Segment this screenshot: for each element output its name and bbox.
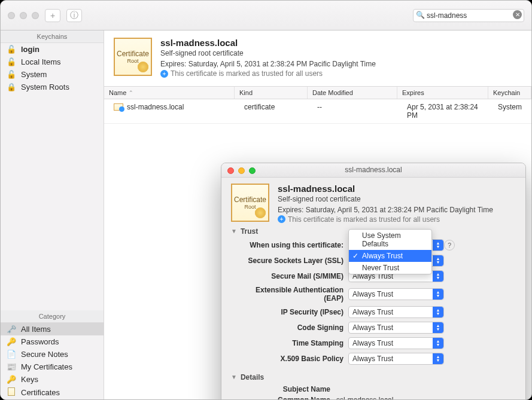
modal-titlebar: ssl-madness.local — [221, 163, 525, 178]
info-icon: ⓘ — [70, 10, 78, 21]
search-input[interactable] — [413, 9, 524, 22]
category-header: Category — [1, 310, 104, 323]
select-arrows-icon: ▲▼ — [433, 322, 443, 333]
common-name-value: ssl-madness.local — [336, 396, 516, 400]
modal-window-controls — [227, 167, 256, 174]
keychain-local-items[interactable]: 🔓Local Items — [1, 56, 104, 68]
certificate-expires: Expires: Saturday, April 5, 2031 at 2:38… — [160, 59, 376, 69]
category-label: Certificates — [21, 388, 60, 397]
common-name-label: Common Name — [235, 396, 336, 400]
search-field-wrap: 🔍 ✕ — [413, 9, 524, 22]
dropdown-option-never-trust[interactable]: Never Trust — [349, 262, 431, 274]
category-label: All Items — [21, 325, 51, 334]
column-header-expires[interactable]: Expires — [397, 87, 488, 99]
select-arrows-icon: ▲▼ — [433, 271, 443, 282]
select-arrows-icon: ▲▼ — [433, 338, 443, 349]
policy-label: X.509 Basic Policy — [235, 355, 348, 363]
passwords-icon: 🔑 — [7, 337, 16, 346]
certificate-summary: CertificateRoot ssl-madness.local Self-s… — [104, 30, 531, 87]
keychain-label: login — [21, 45, 39, 54]
close-modal-button[interactable] — [227, 167, 234, 174]
plus-icon: + — [50, 11, 55, 20]
notes-icon: 📄 — [7, 350, 16, 359]
category-label: Secure Notes — [21, 350, 68, 359]
policy-select-x509[interactable]: Always Trust▲▼ — [348, 353, 444, 365]
cell-name: ssl-madness.local — [109, 102, 239, 121]
trusted-badge-icon: + — [160, 70, 168, 78]
certificate-mini-icon — [114, 103, 123, 111]
keys-icon: 🔑 — [7, 375, 16, 384]
column-header-keychain[interactable]: Keychain — [488, 87, 531, 99]
details-section-header[interactable]: ▼Details — [231, 373, 516, 381]
all-items-icon: 🗝️ — [7, 325, 16, 334]
modal-body: CertificateRoot ssl-madness.local Self-s… — [221, 178, 525, 400]
certificates-icon — [7, 387, 16, 398]
category-passwords[interactable]: 🔑Passwords — [1, 335, 104, 348]
info-button[interactable]: ⓘ — [66, 9, 82, 22]
disclosure-down-icon: ▼ — [231, 374, 237, 380]
details-grid: Subject Name Common Namessl-madness.loca… — [235, 385, 516, 400]
category-my-certificates[interactable]: 📰My Certificates — [1, 361, 104, 373]
zoom-modal-button[interactable] — [249, 167, 256, 174]
policy-select-timestamp[interactable]: Always Trust▲▼ — [348, 337, 444, 349]
select-arrows-icon: ▲▼ — [433, 289, 443, 300]
cell-expires: Apr 5, 2031 at 2:38:24 PM — [402, 102, 493, 121]
modal-cert-title: ssl-madness.local — [278, 184, 493, 194]
main-panel: CertificateRoot ssl-madness.local Self-s… — [104, 30, 531, 399]
modal-cert-trust-note: +This certificate is marked as trusted f… — [278, 215, 493, 224]
certificate-icon: CertificateRoot — [114, 38, 152, 76]
help-button[interactable]: ? — [444, 240, 455, 251]
keychain-login[interactable]: 🔓login — [1, 43, 104, 56]
category-all-items[interactable]: 🗝️All Items — [1, 323, 104, 335]
table-row[interactable]: ssl-madness.local certificate -- Apr 5, … — [104, 99, 531, 124]
certificate-info-window: ssl-madness.local CertificateRoot ssl-ma… — [221, 163, 526, 400]
category-keys[interactable]: 🔑Keys — [1, 373, 104, 386]
subject-name-label: Subject Name — [235, 385, 336, 393]
close-window-button[interactable] — [8, 12, 15, 19]
cell-modified: -- — [312, 102, 402, 121]
certificate-icon: CertificateRoot — [231, 184, 269, 222]
dropdown-option-always-trust[interactable]: Always Trust — [349, 250, 431, 262]
select-arrows-icon: ▲▼ — [433, 307, 443, 317]
when-using-label: When using this certificate: — [235, 241, 348, 249]
column-header-kind[interactable]: Kind — [235, 87, 308, 99]
clear-search-button[interactable]: ✕ — [513, 10, 522, 19]
trusted-badge-icon: + — [278, 215, 285, 223]
policy-select-ipsec[interactable]: Always Trust▲▼ — [348, 306, 444, 318]
my-certificates-icon: 📰 — [7, 362, 16, 371]
sort-ascending-icon: ⌃ — [129, 90, 133, 96]
keychain-label: Local Items — [21, 57, 60, 66]
policy-label: Secure Mail (S/MIME) — [235, 272, 348, 280]
modal-cert-expires: Expires: Saturday, April 5, 2031 at 2:38… — [278, 204, 493, 215]
dropdown-option-system-defaults[interactable]: Use System Defaults — [349, 230, 431, 250]
select-arrows-icon: ▲▼ — [433, 353, 443, 364]
category-label: My Certificates — [21, 362, 72, 371]
policy-select-codesign[interactable]: Always Trust▲▼ — [348, 322, 444, 334]
sidebar: Keychains 🔓login 🔓Local Items 🔓System 🔒S… — [1, 30, 104, 399]
policy-label: Code Signing — [235, 323, 348, 332]
category-label: Passwords — [21, 337, 59, 346]
unlocked-icon: 🔓 — [7, 45, 16, 54]
minimize-window-button[interactable] — [20, 12, 27, 19]
policy-select-eap[interactable]: Always Trust▲▼ — [348, 288, 444, 300]
zoom-window-button[interactable] — [32, 12, 39, 19]
toolbar: + ⓘ 🔍 ✕ — [1, 1, 531, 30]
help-icon: ? — [448, 242, 451, 249]
certificate-subtitle: Self-signed root certificate — [160, 48, 376, 59]
keychain-system-roots[interactable]: 🔒System Roots — [1, 81, 104, 93]
category-certificates[interactable]: Certificates — [1, 386, 104, 399]
policy-label: IP Security (IPsec) — [235, 308, 348, 316]
keychain-access-window: + ⓘ 🔍 ✕ Keychains 🔓login 🔓Local Items 🔓S… — [0, 0, 532, 400]
keychains-header: Keychains — [1, 30, 104, 43]
minimize-modal-button[interactable] — [238, 167, 245, 174]
column-header-name[interactable]: Name⌃ — [104, 87, 235, 99]
search-icon: 🔍 — [416, 11, 425, 19]
keychain-system[interactable]: 🔓System — [1, 68, 104, 81]
modal-title: ssl-madness.local — [345, 166, 402, 174]
category-secure-notes[interactable]: 📄Secure Notes — [1, 348, 104, 361]
certificate-trust-note: +This certificate is marked as trusted f… — [160, 69, 376, 78]
column-header-modified[interactable]: Date Modified — [308, 87, 397, 99]
trust-dropdown-menu: Use System Defaults Always Trust Never T… — [348, 229, 432, 274]
policy-label: Time Stamping — [235, 339, 348, 347]
add-button[interactable]: + — [45, 9, 60, 22]
